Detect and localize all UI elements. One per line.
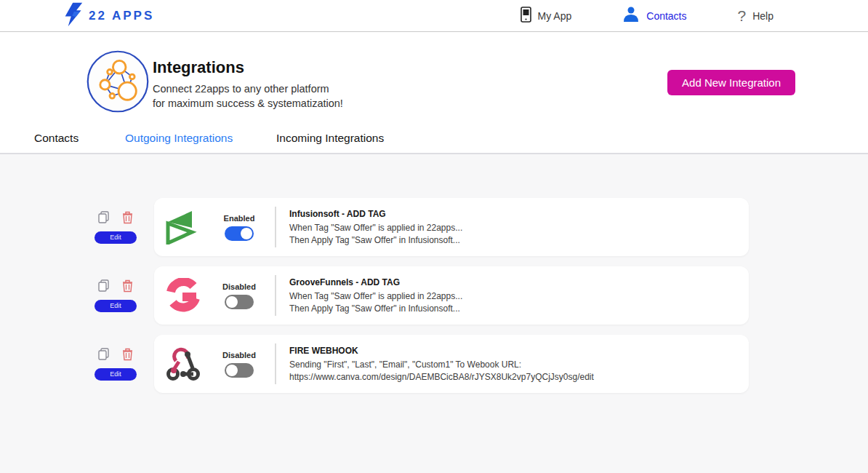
status-block: Disabled — [211, 351, 268, 378]
copy-icon[interactable] — [97, 211, 110, 224]
integration-row: Edit Enabled Infusionsoft - ADD TAG When… — [0, 198, 868, 256]
status-label: Enabled — [211, 214, 268, 223]
hero-text-block: Integrations Connect 22apps to any other… — [153, 58, 343, 111]
integration-title: Infusionsoft - ADD TAG — [289, 208, 462, 220]
integration-title: FIRE WEBHOOK — [289, 345, 594, 357]
integration-card-infusionsoft: Enabled Infusionsoft - ADD TAG When Tag … — [154, 198, 749, 256]
toggle-knob — [241, 228, 252, 239]
tab-contacts[interactable]: Contacts — [34, 132, 79, 145]
integration-line2: Then Apply Tag "Saw Offer" in Infusionso… — [289, 303, 462, 315]
top-header: 22 APPS My App Contacts ? — [0, 0, 868, 32]
webhook-logo — [166, 346, 201, 381]
row-controls: Edit — [95, 211, 137, 244]
22apps-logo-icon — [64, 2, 83, 30]
status-block: Disabled — [211, 282, 268, 309]
groovefunnels-logo — [166, 278, 201, 313]
page-title: Integrations — [153, 58, 343, 77]
tab-incoming-integrations[interactable]: Incoming Integrations — [276, 132, 384, 145]
integration-card-fire-webhook: Disabled FIRE WEBHOOK Sending "First", "… — [154, 335, 749, 393]
infusionsoft-logo — [166, 210, 201, 245]
integration-card-groovefunnels: Disabled GrooveFunnels - ADD TAG When Ta… — [154, 266, 749, 325]
tab-outgoing-integrations[interactable]: Outgoing Integrations — [125, 132, 233, 145]
integration-list: Edit Enabled Infusionsoft - ADD TAG When… — [0, 154, 868, 473]
copy-icon[interactable] — [97, 348, 110, 361]
person-icon — [622, 6, 640, 25]
card-divider — [275, 343, 276, 384]
toggle-knob — [226, 296, 238, 308]
phone-icon — [521, 7, 531, 25]
nav-contacts[interactable]: Contacts — [622, 6, 686, 25]
tab-bar: Contacts Outgoing Integrations Incoming … — [0, 124, 868, 154]
enable-toggle[interactable] — [225, 226, 254, 241]
trash-icon[interactable] — [121, 279, 134, 293]
trash-icon[interactable] — [121, 348, 134, 361]
toggle-knob — [226, 365, 238, 376]
question-icon: ? — [738, 8, 747, 23]
page-subtitle-line1: Connect 22apps to any other platform — [153, 82, 343, 96]
card-divider — [275, 207, 276, 247]
integration-line1: When Tag "Saw Offer" is applied in 22app… — [289, 222, 462, 234]
enable-toggle[interactable] — [225, 363, 254, 378]
status-label: Disabled — [211, 282, 268, 291]
enable-toggle[interactable] — [225, 295, 254, 309]
edit-button[interactable]: Edit — [95, 300, 137, 312]
add-new-integration-button[interactable]: Add New Integration — [667, 70, 795, 95]
page-subtitle-line2: for maximum success & systematization! — [153, 96, 343, 111]
nav-help[interactable]: ? Help — [738, 8, 773, 23]
nav-my-app-label: My App — [538, 10, 572, 22]
integration-line1: Sending "First", "Last", "Email", "Custo… — [289, 359, 594, 371]
nav-help-label: Help — [752, 10, 773, 22]
nav-contacts-label: Contacts — [646, 10, 686, 22]
integration-row: Edit Disabled GrooveFunnels - ADD TAG Wh… — [0, 266, 868, 325]
header-nav: My App Contacts ? Help — [521, 6, 773, 25]
trash-icon[interactable] — [121, 211, 134, 224]
integration-line1: When Tag "Saw Offer" is applied in 22app… — [289, 290, 462, 303]
card-text-block: GrooveFunnels - ADD TAG When Tag "Saw Of… — [289, 277, 462, 315]
copy-icon[interactable] — [97, 279, 110, 293]
row-controls: Edit — [95, 279, 137, 312]
edit-button[interactable]: Edit — [95, 231, 137, 244]
edit-button[interactable]: Edit — [95, 368, 137, 381]
card-divider — [275, 275, 276, 316]
brand-logo-text: 22 APPS — [89, 9, 154, 23]
card-text-block: FIRE WEBHOOK Sending "First", "Last", "E… — [289, 345, 594, 383]
integration-title: GrooveFunnels - ADD TAG — [289, 277, 462, 289]
card-text-block: Infusionsoft - ADD TAG When Tag "Saw Off… — [289, 208, 462, 247]
integration-line2: Then Apply Tag "Saw Offer" in Infusionso… — [289, 234, 462, 247]
page-subtitle: Connect 22apps to any other platform for… — [153, 82, 343, 111]
integration-row: Edit Disabled — [0, 335, 868, 393]
integration-line2: https://www.canva.com/design/DAEMBCicBA8… — [289, 371, 594, 383]
integrations-network-icon — [86, 49, 150, 116]
nav-my-app[interactable]: My App — [521, 7, 572, 25]
row-controls: Edit — [95, 348, 137, 381]
status-block: Enabled — [211, 214, 268, 241]
status-label: Disabled — [211, 351, 268, 359]
brand-logo[interactable]: 22 APPS — [64, 2, 154, 30]
